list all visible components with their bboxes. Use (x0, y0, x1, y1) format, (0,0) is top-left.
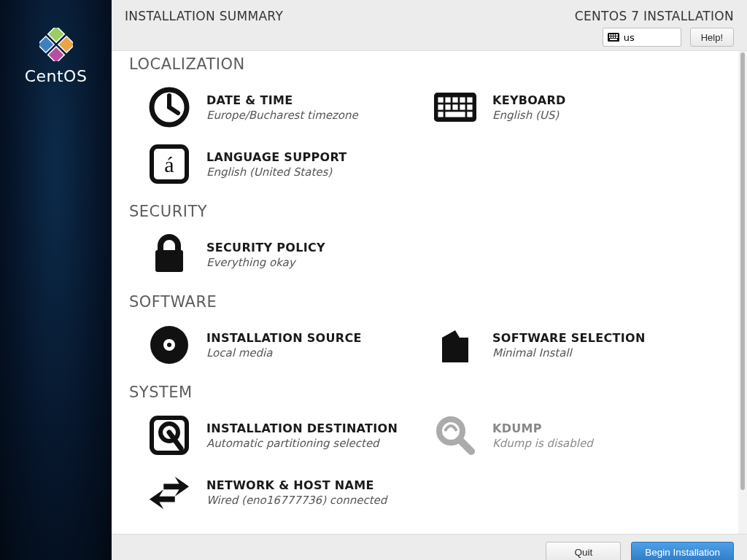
spoke-datetime[interactable]: DATE & TIME Europe/Bucharest timezone (129, 79, 415, 136)
svg-rect-30 (467, 112, 472, 117)
svg-rect-24 (445, 104, 450, 109)
spoke-datetime-status: Europe/Bucharest timezone (206, 109, 358, 122)
clock-icon (148, 86, 190, 128)
spoke-security-policy[interactable]: SECURITY POLICY Everything okay (129, 226, 415, 283)
magnifier-icon (434, 414, 476, 456)
header: INSTALLATION SUMMARY CENTOS 7 INSTALLATI… (112, 0, 747, 51)
spoke-installation-source-label: INSTALLATION SOURCE (206, 331, 362, 345)
spoke-installation-destination[interactable]: INSTALLATION DESTINATION Automatic parti… (129, 407, 415, 464)
spoke-kdump-status: Kdump is disabled (492, 437, 593, 450)
svg-rect-5 (609, 34, 611, 36)
scrollbar-thumb[interactable] (740, 52, 745, 490)
svg-rect-33 (155, 250, 183, 272)
disc-icon (148, 324, 190, 366)
spoke-language-label: LANGUAGE SUPPORT (206, 150, 347, 164)
spoke-keyboard-label: KEYBOARD (492, 93, 566, 107)
installer-title: CENTOS 7 INSTALLATION (575, 9, 734, 23)
svg-rect-26 (460, 104, 465, 109)
spoke-network[interactable]: NETWORK & HOST NAME Wired (eno16777736) … (129, 464, 415, 521)
spoke-installation-source-status: Local media (206, 346, 362, 359)
svg-rect-12 (616, 36, 618, 38)
network-icon (148, 471, 190, 513)
spoke-keyboard[interactable]: KEYBOARD English (US) (415, 79, 701, 136)
keyboard-layout-indicator[interactable]: us (603, 28, 681, 47)
spoke-installation-source[interactable]: INSTALLATION SOURCE Local media (129, 316, 415, 373)
centos-logo-icon (39, 28, 73, 61)
spoke-installation-destination-label: INSTALLATION DESTINATION (206, 421, 398, 435)
harddisk-icon (148, 414, 190, 456)
spoke-datetime-label: DATE & TIME (206, 93, 358, 107)
section-security: SECURITY (129, 203, 738, 220)
spoke-network-label: NETWORK & HOST NAME (206, 478, 387, 492)
spoke-language[interactable]: á LANGUAGE SUPPORT English (United State… (129, 136, 415, 192)
quit-button[interactable]: Quit (546, 542, 621, 560)
svg-rect-28 (438, 112, 443, 117)
spoke-kdump-label: KDUMP (492, 421, 593, 435)
svg-rect-13 (610, 39, 617, 40)
footer: Quit Begin Installation We won't touch y… (112, 534, 747, 560)
svg-point-36 (167, 343, 171, 347)
keyboard-large-icon (434, 86, 476, 128)
svg-line-41 (460, 440, 471, 451)
svg-rect-27 (467, 104, 472, 109)
section-localization: LOCALIZATION (129, 55, 738, 73)
product-logo: CentOS (0, 28, 112, 85)
svg-rect-19 (445, 97, 450, 102)
keyboard-layout-text: us (624, 32, 635, 43)
help-button[interactable]: Help! (690, 28, 734, 47)
spoke-installation-destination-status: Automatic partitioning selected (206, 437, 398, 450)
lock-icon (148, 233, 190, 276)
svg-line-16 (169, 107, 178, 113)
spoke-kdump[interactable]: KDUMP Kdump is disabled (415, 407, 701, 464)
spoke-software-selection-status: Minimal Install (492, 346, 646, 359)
summary-content: LOCALIZATION DATE & TIME Europe/Buchares… (112, 51, 738, 534)
package-icon (434, 324, 476, 366)
spoke-network-status: Wired (eno16777736) connected (206, 494, 387, 507)
content-scrollbar[interactable] (738, 51, 747, 534)
spoke-language-status: English (United States) (206, 166, 347, 179)
svg-rect-6 (611, 34, 613, 36)
spoke-security-policy-status: Everything okay (206, 256, 325, 269)
svg-rect-18 (438, 97, 443, 102)
sidebar: CentOS (0, 0, 112, 560)
page-title: INSTALLATION SUMMARY (125, 9, 283, 23)
svg-rect-25 (452, 104, 457, 109)
spoke-software-selection-label: SOFTWARE SELECTION (492, 331, 646, 345)
spoke-software-selection[interactable]: SOFTWARE SELECTION Minimal Install (415, 316, 701, 373)
svg-rect-7 (614, 34, 615, 36)
svg-rect-29 (445, 112, 465, 117)
product-name: CentOS (25, 67, 88, 85)
svg-rect-22 (467, 97, 472, 102)
begin-installation-button[interactable]: Begin Installation (631, 542, 734, 560)
section-software: SOFTWARE (129, 293, 738, 311)
svg-rect-21 (460, 97, 465, 102)
keyboard-icon (608, 33, 619, 42)
main-panel: INSTALLATION SUMMARY CENTOS 7 INSTALLATI… (112, 0, 747, 560)
svg-rect-10 (611, 36, 613, 38)
svg-rect-23 (438, 104, 443, 109)
svg-text:á: á (164, 152, 174, 176)
svg-rect-11 (614, 36, 615, 38)
spoke-security-policy-label: SECURITY POLICY (206, 241, 325, 254)
svg-rect-8 (616, 34, 618, 36)
section-system: SYSTEM (129, 384, 738, 401)
language-icon: á (148, 143, 190, 185)
svg-rect-9 (609, 36, 611, 38)
svg-rect-20 (452, 97, 457, 102)
spoke-keyboard-status: English (US) (492, 109, 566, 122)
